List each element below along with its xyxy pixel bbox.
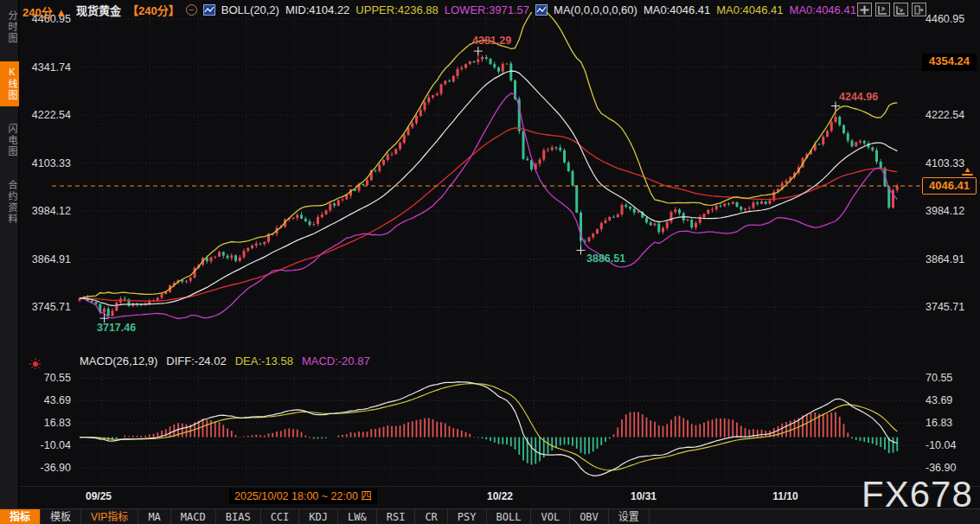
tab-指标[interactable]: 指标: [0, 509, 41, 524]
candlesticks: [79, 51, 899, 318]
extreme-price-label: 4381.29: [472, 35, 511, 47]
time-tick-label: 10/31: [631, 490, 657, 502]
time-tick-label: 11/10: [772, 490, 797, 502]
macd-tick-right: -36.90: [926, 461, 979, 475]
tab-MA[interactable]: MA: [138, 509, 170, 524]
macd-tick-left: 43.69: [14, 393, 71, 407]
macd-tick-right: -10.04: [926, 438, 979, 452]
macd-tick-left: -10.04: [14, 438, 71, 452]
price-tick-right: 3864.91: [926, 252, 979, 266]
extreme-price-label: 4244.96: [839, 91, 878, 103]
tab-VIP指标[interactable]: VIP指标: [81, 509, 138, 524]
price-tick-right: 4460.95: [926, 12, 979, 26]
price-tick-right: 4222.54: [926, 108, 979, 122]
tab-CCI[interactable]: CCI: [261, 509, 300, 524]
macd-params: MACD(26,12,9): [80, 355, 157, 367]
tab-KDJ[interactable]: KDJ: [299, 509, 338, 524]
macd-header: MACD(26,12,9) DIFF:-24.02 DEA:-13.58 MAC…: [80, 355, 370, 367]
indicator-pane-marker-icon[interactable]: [29, 357, 42, 371]
current-price-box: 4046.41: [922, 177, 977, 195]
macd-tick-left: -36.90: [14, 461, 71, 475]
tab-BIAS[interactable]: BIAS: [216, 509, 261, 524]
price-tick-right: 3745.71: [926, 300, 979, 314]
macd-diff-value: DIFF:-24.02: [166, 355, 226, 367]
tab-MACD[interactable]: MACD: [171, 509, 216, 524]
price-tick-right: 3984.12: [926, 204, 979, 218]
chart-canvas[interactable]: [0, 0, 980, 524]
price-tick-left: 3864.91: [14, 252, 71, 266]
tab-VOL[interactable]: VOL: [531, 509, 570, 524]
tab-OBV[interactable]: OBV: [570, 509, 609, 524]
time-tick-label: 10/22: [487, 490, 513, 502]
fx678-watermark: FX678: [862, 474, 973, 515]
extreme-price-label: 3886.51: [586, 252, 625, 265]
price-tick-left: 3745.71: [14, 300, 71, 314]
indicator-tabbar: 指标模板VIP指标MAMACDBIASCCIKDJLW&RSICRPSYBOLL…: [0, 508, 980, 524]
macd-pane: [80, 382, 897, 476]
time-tick-label: 09/25: [86, 490, 112, 502]
price-tick-left: 4341.74: [14, 61, 71, 74]
time-axis: 2025/10/02 18:00 ~ 22:00 四 09/2510/1310/…: [19, 486, 980, 507]
tab-RSI[interactable]: RSI: [377, 509, 416, 524]
tab-CR[interactable]: CR: [415, 509, 447, 524]
price-tick-left: 4103.33: [14, 157, 71, 170]
tab-BOLL[interactable]: BOLL: [487, 509, 532, 524]
gridlines: [76, 13, 920, 482]
macd-tick-right: 70.55: [926, 371, 979, 385]
macd-macd-value: MACD:-20.87: [302, 355, 370, 367]
extreme-markers: [100, 47, 841, 323]
session-high-price-box: 4354.24: [922, 54, 977, 71]
macd-tick-left: 70.55: [14, 371, 71, 385]
extreme-price-label: 3717.46: [97, 322, 136, 334]
crosshair-time-tooltip: 2025/10/02 18:00 ~ 22:00 四: [229, 489, 377, 504]
macd-dea-value: DEA:-13.58: [235, 355, 293, 367]
tab-LW&[interactable]: LW&: [338, 509, 377, 524]
tab-模板[interactable]: 模板: [41, 509, 81, 524]
price-tick-left: 4222.54: [14, 108, 71, 122]
trading-app-window: 分时图K线图闪电图合约资料 现货黄金 【240分】 − BOLL(20,2) M…: [0, 0, 980, 524]
tab-PSY[interactable]: PSY: [448, 509, 487, 524]
price-tick-left: 3984.12: [14, 204, 71, 218]
macd-tick-left: 16.83: [14, 416, 71, 430]
tab-设置[interactable]: 设置: [609, 509, 650, 524]
macd-tick-right: 16.83: [926, 416, 979, 430]
overlay-lines: [80, 9, 897, 318]
macd-tick-right: 43.69: [926, 393, 979, 407]
price-alert-icon[interactable]: ▲: [962, 166, 973, 176]
period-selector[interactable]: 240分 ▲: [22, 3, 67, 20]
